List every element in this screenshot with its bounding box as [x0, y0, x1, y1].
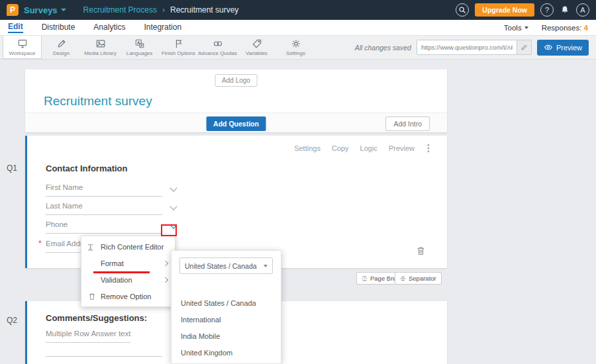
question-number-q1: Q1 — [7, 163, 17, 173]
tool-workspace[interactable]: Workspace — [3, 36, 42, 59]
chevron-right-icon — [163, 277, 168, 282]
survey-header-card: Add Logo Recruitment survey Add Question… — [25, 69, 447, 132]
chevron-down-icon[interactable] — [170, 184, 177, 191]
add-logo-button[interactable]: Add Logo — [215, 74, 258, 87]
responses-counter[interactable]: Responses: 4 — [542, 24, 588, 32]
chevron-down-icon[interactable] — [170, 203, 177, 210]
option-international[interactable]: International — [172, 311, 281, 328]
phone-options-chevron-icon[interactable] — [170, 221, 177, 228]
answer-line — [46, 356, 162, 357]
menu-item-label: Remove Option — [101, 293, 151, 300]
question1-heading: Contact Information — [46, 163, 128, 173]
add-intro-button[interactable]: Add Intro — [385, 116, 430, 131]
tab-distribute[interactable]: Distribute — [42, 23, 75, 32]
languages-icon — [134, 38, 145, 49]
option-united-states-canada[interactable]: United States / Canada — [172, 295, 281, 311]
option-india-mobile[interactable]: India Mobile — [172, 328, 281, 344]
tool-label: Variables — [246, 50, 268, 56]
comments-field[interactable]: Multiple Row Answer text — [46, 330, 130, 343]
settings-icon — [291, 38, 301, 49]
tool-settings[interactable]: Settings — [276, 36, 315, 59]
tool-label: Advance Quotas — [198, 50, 237, 56]
chevron-down-icon — [61, 9, 66, 11]
menu-item-label: Rich Content Editor — [101, 243, 164, 251]
menu-item-format[interactable]: Format — [81, 255, 175, 271]
menu-item-validation[interactable]: Validation — [81, 271, 175, 288]
search-button[interactable] — [456, 3, 469, 17]
tools-menu[interactable]: Tools — [504, 24, 528, 32]
pencil-icon — [521, 44, 528, 51]
questionpro-logo[interactable]: P — [7, 4, 19, 16]
menu-item-rich-content-editor[interactable]: T Rich Content Editor — [81, 238, 175, 255]
design-icon — [56, 38, 67, 49]
tool-design[interactable]: Design — [42, 36, 81, 59]
survey-title[interactable]: Recruitment survey — [44, 94, 152, 109]
delete-question-button[interactable] — [416, 246, 426, 258]
help-icon: ? — [545, 6, 549, 14]
logo-letter: P — [10, 5, 15, 15]
bell-icon — [560, 5, 570, 15]
tool-label: Languages — [126, 50, 153, 56]
chevron-down-icon — [524, 26, 528, 29]
tool-media-library[interactable]: Media Library — [81, 36, 120, 59]
add-question-button[interactable]: Add Question — [206, 116, 266, 131]
kebab-menu-icon[interactable] — [426, 144, 431, 153]
menu-item-label: Format — [101, 259, 124, 267]
separator-label: Separator — [409, 275, 436, 282]
help-button[interactable]: ? — [540, 3, 554, 17]
menubar: Edit Distribute Analytics Integration To… — [0, 20, 596, 36]
tool-label: Finish Options — [162, 50, 195, 56]
tab-integration[interactable]: Integration — [144, 23, 181, 32]
preview-button[interactable]: Preview — [537, 40, 589, 56]
tool-label: Design — [53, 50, 70, 56]
question-logic-link[interactable]: Logic — [360, 144, 377, 152]
eye-icon — [544, 44, 553, 51]
phone-field[interactable]: Phone — [46, 220, 162, 234]
trash-icon — [88, 292, 96, 300]
breadcrumb-separator: › — [162, 5, 165, 15]
edit-url-button[interactable] — [517, 40, 531, 54]
topbar: P Surveys Recruitment Process › Recruitm… — [0, 0, 596, 20]
separator-button[interactable]: Separator — [395, 272, 442, 285]
phone-format-select[interactable]: United States / Canada — [179, 257, 273, 274]
question-settings-link[interactable]: Settings — [294, 144, 321, 152]
survey-url-input[interactable] — [417, 40, 517, 54]
trash-icon — [416, 246, 426, 256]
survey-url-box — [417, 40, 532, 55]
question-preview-link[interactable]: Preview — [389, 144, 415, 152]
tool-languages[interactable]: Languages — [120, 36, 159, 59]
separator-icon — [400, 275, 406, 282]
survey-canvas: Q1 Q2 Add Logo Recruitment survey Add Qu… — [0, 60, 596, 364]
upgrade-now-button[interactable]: Upgrade Now — [475, 3, 534, 17]
tools-label: Tools — [504, 24, 522, 32]
advance-quotas-icon — [213, 38, 223, 49]
chevron-right-icon — [163, 260, 168, 265]
last-name-field[interactable]: Last Name — [46, 202, 162, 215]
tool-variables[interactable]: Variables — [237, 36, 276, 59]
page-break-icon — [362, 275, 368, 282]
account-avatar[interactable]: A — [576, 3, 589, 17]
question-copy-link[interactable]: Copy — [332, 144, 349, 152]
field-row-last-name: Last Name — [46, 202, 176, 215]
tab-edit[interactable]: Edit — [8, 22, 23, 33]
breadcrumb-recruitment-process[interactable]: Recruitment Process — [83, 5, 157, 15]
field-context-menu: T Rich Content Editor Format Validation … — [81, 236, 175, 307]
notifications-button[interactable] — [560, 5, 570, 15]
required-marker: * — [38, 239, 42, 248]
field-row-phone: Phone — [46, 220, 176, 234]
menu-item-remove-option[interactable]: Remove Option — [81, 288, 175, 304]
tab-analytics[interactable]: Analytics — [93, 23, 125, 32]
preview-label: Preview — [556, 44, 582, 52]
workspace-icon — [17, 38, 28, 49]
tool-label: Media Library — [84, 50, 116, 56]
annotation-red-underline — [93, 271, 150, 273]
question-actions: Settings Copy Logic Preview — [294, 144, 431, 153]
tool-advance-quotas[interactable]: Advance Quotas — [198, 36, 237, 59]
surveys-menu[interactable]: Surveys — [24, 5, 66, 15]
field-row-comments: Multiple Row Answer text — [46, 329, 130, 338]
media-library-icon — [95, 38, 106, 49]
tool-label: Settings — [286, 50, 305, 56]
tool-finish-options[interactable]: Finish Options — [159, 36, 198, 59]
option-united-kingdom[interactable]: United Kingdom — [172, 344, 281, 361]
first-name-field[interactable]: First Name — [46, 183, 162, 197]
